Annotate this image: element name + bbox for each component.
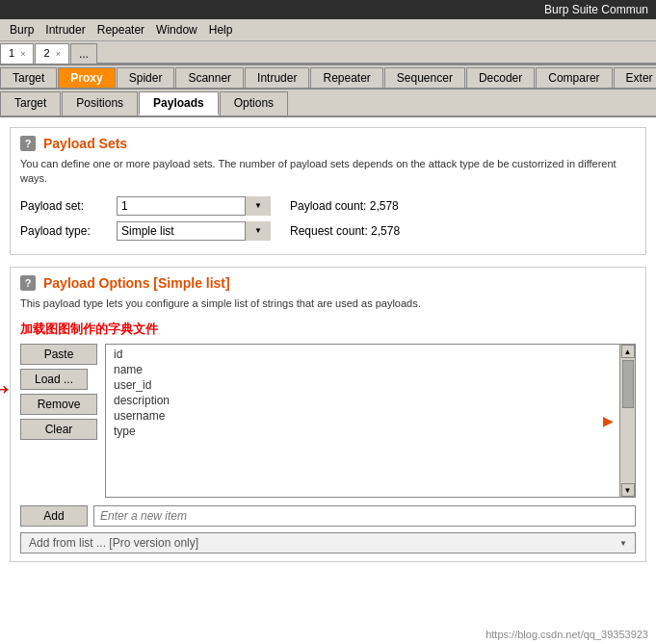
url-watermark: https://blog.csdn.net/qq_39353923 bbox=[485, 629, 648, 640]
tab-exter[interactable]: Exter bbox=[614, 67, 656, 88]
scroll-down-button[interactable]: ▼ bbox=[621, 483, 635, 497]
payload-list-box: id name user_id description username typ… bbox=[105, 344, 636, 498]
subtab-payloads[interactable]: Payloads bbox=[139, 91, 219, 116]
payload-options-section: ? Payload Options [Simple list] This pay… bbox=[10, 267, 646, 562]
scroll-thumb[interactable] bbox=[622, 360, 634, 408]
request-count: Request count: 2,578 bbox=[290, 224, 400, 238]
tab-close-icon-2[interactable]: × bbox=[56, 49, 61, 59]
list-right-arrow-icon: ▶ bbox=[603, 413, 614, 428]
list-item: user_id bbox=[110, 377, 631, 393]
menu-bar: Burp Intruder Repeater Window Help bbox=[0, 19, 656, 41]
payload-type-select[interactable]: Simple list Runtime file Custom iterator bbox=[117, 221, 271, 241]
help-badge-options[interactable]: ? bbox=[20, 275, 36, 291]
scrollbar[interactable]: ▲ ▼ bbox=[619, 345, 635, 497]
payload-sets-section: ? Payload Sets You can define one or mor… bbox=[10, 127, 646, 255]
payload-type-label: Payload type: bbox=[20, 224, 117, 238]
scroll-up-button[interactable]: ▲ bbox=[621, 345, 635, 358]
menu-window[interactable]: Window bbox=[150, 21, 203, 39]
payload-set-select[interactable]: 1 2 3 bbox=[117, 196, 271, 216]
payload-sets-title: Payload Sets bbox=[43, 136, 127, 151]
tab-scanner[interactable]: Scanner bbox=[175, 67, 244, 88]
list-item: type bbox=[110, 424, 631, 439]
content-area: ? Payload Sets You can define one or mor… bbox=[0, 117, 656, 644]
tab-spider[interactable]: Spider bbox=[117, 67, 175, 88]
add-from-list-label: Add from list ... [Pro version only] bbox=[29, 536, 198, 550]
tab-target[interactable]: Target bbox=[0, 67, 57, 88]
payload-type-select-wrapper: Simple list Runtime file Custom iterator bbox=[117, 221, 271, 241]
list-item: name bbox=[110, 362, 631, 377]
tab-decoder[interactable]: Decoder bbox=[466, 67, 535, 88]
payload-list-inner: id name user_id description username typ… bbox=[106, 345, 635, 497]
payload-options-body: Paste Load ... → Remove Clear id name us… bbox=[20, 344, 636, 498]
load-button[interactable]: Load ... bbox=[20, 369, 88, 390]
payload-count: Payload count: 2,578 bbox=[290, 199, 399, 213]
tab-number-2[interactable]: 2 × bbox=[35, 43, 68, 64]
tab-intruder[interactable]: Intruder bbox=[245, 67, 309, 88]
tab-proxy[interactable]: Proxy bbox=[58, 67, 115, 88]
subtab-target[interactable]: Target bbox=[0, 91, 61, 116]
tab-dots[interactable]: ... bbox=[70, 43, 97, 64]
list-item: username bbox=[110, 408, 631, 424]
add-button[interactable]: Add bbox=[20, 505, 88, 527]
payload-action-buttons: Paste Load ... → Remove Clear bbox=[20, 344, 97, 498]
list-item: id bbox=[110, 347, 631, 362]
main-tab-bar: 1 × 2 × ... bbox=[0, 41, 656, 65]
payload-sets-desc: You can define one or more payload sets.… bbox=[20, 157, 636, 187]
app-title: Burp Suite Commun bbox=[544, 3, 648, 16]
payload-list-area: id name user_id description username typ… bbox=[105, 344, 636, 498]
subtab-positions[interactable]: Positions bbox=[62, 91, 138, 116]
menu-help[interactable]: Help bbox=[203, 21, 239, 39]
add-item-row: Add bbox=[20, 505, 636, 527]
tab-sequencer[interactable]: Sequencer bbox=[384, 67, 465, 88]
payload-set-label: Payload set: bbox=[20, 199, 117, 213]
load-arrow-annotation: → bbox=[0, 371, 14, 406]
subtab-options[interactable]: Options bbox=[220, 91, 288, 116]
tab-repeater[interactable]: Repeater bbox=[310, 67, 382, 88]
add-from-list-dropdown[interactable]: Add from list ... [Pro version only] ▼ bbox=[20, 532, 636, 554]
menu-intruder[interactable]: Intruder bbox=[39, 21, 91, 39]
help-badge-sets[interactable]: ? bbox=[20, 136, 36, 151]
menu-burp[interactable]: Burp bbox=[4, 21, 39, 39]
tool-tab-bar: Target Proxy Spider Scanner Intruder Rep… bbox=[0, 65, 656, 90]
watermark-text: 加载图图制作的字典文件 bbox=[20, 321, 636, 338]
payload-options-title: Payload Options [Simple list] bbox=[43, 275, 230, 291]
payload-type-row: Payload type: Simple list Runtime file C… bbox=[20, 221, 636, 241]
sub-tab-bar: Target Positions Payloads Options bbox=[0, 90, 656, 117]
paste-button[interactable]: Paste bbox=[20, 344, 97, 365]
payload-set-select-wrapper: 1 2 3 bbox=[117, 196, 271, 216]
menu-repeater[interactable]: Repeater bbox=[92, 21, 150, 39]
payload-set-row: Payload set: 1 2 3 Payload count: 2,578 bbox=[20, 196, 636, 216]
clear-button[interactable]: Clear bbox=[20, 419, 97, 440]
title-bar: Burp Suite Commun bbox=[0, 0, 656, 19]
dropdown-arrow-icon: ▼ bbox=[619, 539, 627, 548]
add-item-input[interactable] bbox=[93, 505, 636, 527]
tab-comparer[interactable]: Comparer bbox=[536, 67, 612, 88]
payload-options-desc: This payload type lets you configure a s… bbox=[20, 296, 636, 311]
remove-button[interactable]: Remove bbox=[20, 394, 97, 415]
tab-number-1[interactable]: 1 × bbox=[0, 43, 34, 64]
list-item: description bbox=[110, 393, 631, 408]
tab-close-icon[interactable]: × bbox=[20, 49, 25, 59]
